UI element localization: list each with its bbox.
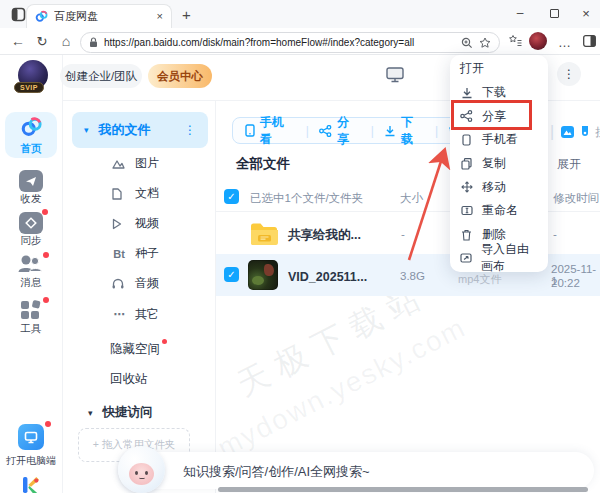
device-monitor-icon[interactable]	[386, 67, 404, 83]
ai-assistant-bar[interactable]: 知识搜索/问答/创作/AI全网搜索~	[118, 452, 594, 489]
sidebar-item-pictures[interactable]: 图片	[112, 155, 159, 172]
folder-size: -	[401, 228, 405, 240]
url-text[interactable]: https://pan.baidu.com/disk/main?from=hom…	[104, 37, 455, 48]
sidebar-item-quick-access[interactable]: ▾ 快捷访问	[88, 404, 153, 421]
window-close-button[interactable]: ×	[570, 0, 600, 26]
image-tool-icon[interactable]	[560, 125, 575, 139]
rail-item-tools[interactable]	[20, 300, 42, 320]
sidebar-item-videos[interactable]: 视频	[112, 215, 159, 232]
sidebar-item-hidden-space[interactable]: 隐藏空间	[110, 341, 160, 358]
move-label: 移动	[482, 179, 506, 196]
folder-modified: -	[553, 228, 557, 240]
browser-titlebar: 百度网盘 × + – ×	[0, 0, 600, 28]
tab-close-icon[interactable]: ×	[157, 11, 163, 22]
split-screen-icon[interactable]	[583, 35, 596, 47]
download-icon	[384, 125, 396, 137]
rail-label-tools[interactable]: 工具	[0, 322, 62, 336]
assistant-prompt-text[interactable]: 知识搜索/问答/创作/AI全网搜索~	[183, 463, 370, 481]
documents-label: 文档	[135, 185, 159, 202]
rail-item-transfer[interactable]	[19, 170, 43, 192]
tab-title: 百度网盘	[54, 9, 151, 24]
toolbar-phone-view-button[interactable]: 手机看	[245, 114, 296, 148]
caret-down-icon[interactable]: ▾	[84, 125, 89, 135]
quick-access-label: 快捷访问	[103, 404, 153, 421]
expand-link[interactable]: 展开	[557, 156, 581, 173]
open-desktop-icon[interactable]	[18, 424, 44, 450]
rail-label-sync[interactable]: 同步	[0, 234, 62, 248]
caret-down-icon[interactable]: ▾	[88, 408, 93, 418]
bt-icon: Bt	[112, 248, 126, 260]
download-label: 下载	[401, 114, 425, 148]
sidebar-item-other[interactable]: ⋯ 其它	[112, 306, 159, 323]
menu-item-copy[interactable]: 复制	[450, 152, 548, 176]
menu-item-phone-view[interactable]: 手机看	[450, 128, 548, 152]
new-tab-button[interactable]: +	[182, 7, 191, 22]
horizontal-scrollbar[interactable]	[218, 487, 588, 492]
videos-label: 视频	[135, 215, 159, 232]
share-label: 分享	[337, 114, 361, 148]
phone-view-label: 手机看	[482, 131, 518, 148]
assistant-mascot	[118, 446, 165, 493]
video-name[interactable]: VID_202511...	[288, 270, 367, 284]
toolbar-separator: |	[371, 124, 374, 138]
menu-item-open[interactable]: 打开	[450, 57, 548, 81]
rail-label-messages[interactable]: 消息	[0, 276, 62, 290]
rail-label-home[interactable]: 首页	[0, 142, 62, 156]
collections-icon[interactable]	[508, 34, 522, 48]
video-thumbnail	[248, 260, 278, 290]
member-center-button[interactable]: 会员中心	[148, 64, 212, 88]
copy-label: 复制	[482, 155, 506, 172]
sidebar-item-documents[interactable]: 文档	[112, 185, 159, 202]
favorite-star-icon[interactable]	[479, 37, 491, 49]
sidebar-item-my-files[interactable]: ▾ 我的文件 ⋮	[72, 112, 208, 148]
audio-label: 音频	[135, 275, 159, 292]
address-bar[interactable]: https://pan.baidu.com/disk/main?from=hom…	[80, 32, 500, 53]
selection-count-text: 已选中1个文件/文件夹	[250, 191, 363, 206]
browser-tab[interactable]: 百度网盘 ×	[26, 4, 172, 28]
my-files-more-icon[interactable]: ⋮	[184, 123, 196, 137]
column-header-size[interactable]: 大小	[400, 191, 423, 206]
rail-item-messages[interactable]	[17, 254, 43, 273]
refresh-icon[interactable]: ↻	[30, 34, 54, 49]
sidebar-item-recycle-bin[interactable]: 回收站	[110, 371, 148, 388]
zoom-page-icon[interactable]	[461, 37, 473, 49]
search-hint-partial[interactable]: 搜	[595, 124, 600, 141]
trash-icon	[460, 229, 473, 241]
copy-icon	[460, 158, 473, 170]
toolbar-separator: |	[306, 124, 309, 138]
menu-item-move[interactable]: 移动	[450, 175, 548, 199]
rail-item-sync[interactable]	[19, 212, 43, 234]
toolbar-download-button[interactable]: 下载	[384, 114, 425, 148]
header-more-button[interactable]: ⋮	[557, 62, 581, 86]
sidebar-item-audio[interactable]: 音频	[112, 275, 159, 292]
phone-view-label: 手机看	[260, 114, 296, 148]
row-checkbox[interactable]: ✓	[224, 267, 239, 282]
create-team-button[interactable]: 创建企业/团队	[60, 64, 142, 88]
folder-name[interactable]: 共享给我的...	[288, 227, 361, 244]
menu-item-import-canvas[interactable]: 导入自由画布	[450, 247, 548, 271]
rail-label-transfer[interactable]: 收发	[0, 192, 62, 206]
sidebar-item-torrents[interactable]: Bt 种子	[112, 245, 159, 262]
watermark-url: mydown.yesky.com	[213, 311, 472, 464]
browser-menu-dots-icon[interactable]: …	[558, 36, 572, 49]
open-desktop-label[interactable]: 打开电脑端	[0, 454, 62, 468]
document-icon	[112, 188, 126, 200]
tab-actions-icon[interactable]	[11, 7, 26, 22]
window-minimize-button[interactable]: –	[504, 0, 536, 26]
home-icon[interactable]: ⌂	[54, 33, 78, 49]
download-label: 下载	[482, 84, 506, 101]
download-icon	[460, 87, 473, 99]
browser-avatar[interactable]	[529, 32, 547, 50]
toolbar-share-button[interactable]: 分享	[319, 114, 361, 148]
select-all-checkbox[interactable]: ✓	[224, 189, 239, 204]
magnet-tool-icon[interactable]	[581, 125, 589, 139]
vip-badge: SVIP	[14, 82, 44, 93]
messages-badge-dot	[43, 252, 49, 258]
sync-badge-dot	[42, 209, 48, 215]
search-tools: | 搜	[550, 123, 600, 141]
menu-item-rename[interactable]: 重命名	[450, 199, 548, 223]
back-icon[interactable]: ←	[6, 33, 30, 49]
column-header-modified[interactable]: 修改时间	[553, 191, 599, 206]
window-maximize-button[interactable]	[538, 0, 570, 26]
import-canvas-label: 导入自由画布	[481, 241, 538, 275]
